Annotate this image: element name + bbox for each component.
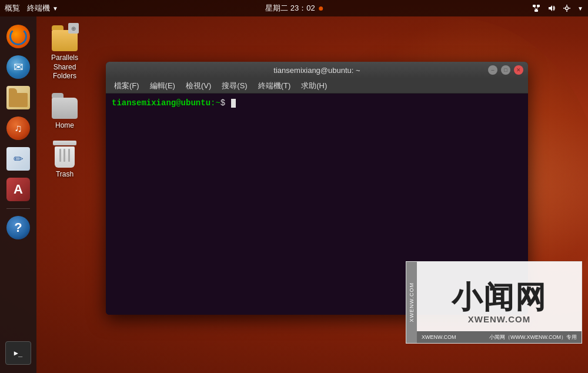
minimize-icon: – bbox=[491, 67, 494, 73]
window-controls: – □ ✕ bbox=[488, 65, 523, 75]
window-close-button[interactable]: ✕ bbox=[514, 65, 523, 75]
terminal-title: tiansemixiang@ubuntu: ~ bbox=[273, 66, 360, 75]
writer-icon bbox=[6, 147, 30, 171]
trash-icon bbox=[51, 139, 79, 168]
launcher: A ? bbox=[0, 16, 36, 373]
shared-folder-img: ⊕ bbox=[51, 23, 79, 51]
firefox-icon bbox=[6, 25, 30, 48]
menu-item-help[interactable]: 求助(H) bbox=[296, 79, 332, 92]
shared-folder-label: Parallels Shared Folders bbox=[44, 54, 86, 81]
volume-icon[interactable] bbox=[547, 4, 556, 13]
close-icon: ✕ bbox=[516, 67, 521, 73]
svg-rect-0 bbox=[533, 5, 536, 7]
watermark-main: 小闻网 XWENW.COM bbox=[406, 281, 582, 324]
svg-marker-5 bbox=[549, 5, 552, 11]
prompt-user-host: tiansemixiang@ubuntu bbox=[112, 98, 211, 108]
watermark-bottom-bar: XWENW.COM 小闻网（WWW.XWENW.COM）专用 bbox=[417, 331, 582, 343]
prompt-cursor bbox=[231, 99, 236, 108]
menu-item-file[interactable]: 檔案(F) bbox=[109, 79, 144, 92]
files-icon bbox=[6, 86, 30, 109]
terminal-menubar: 檔案(F) 編輯(E) 檢視(V) 搜尋(S) 終端機(T) 求助(H) bbox=[106, 78, 528, 94]
desktop-icon-parallels-shared-folders[interactable]: ⊕ Parallels Shared Folders bbox=[41, 21, 88, 84]
top-panel: 概覧 終端機 ▼ 星期二 23：02 bbox=[0, 0, 588, 16]
desktop-icon-home[interactable]: Home bbox=[41, 88, 88, 133]
trash-img bbox=[52, 139, 78, 168]
svg-rect-2 bbox=[534, 9, 538, 12]
svg-line-4 bbox=[536, 7, 539, 9]
svg-rect-1 bbox=[537, 5, 540, 7]
panel-dropdown-arrow[interactable]: ▼ bbox=[577, 5, 583, 12]
trash-label: Trash bbox=[56, 170, 74, 179]
terminal-prompt-line: tiansemixiang@ubuntu :~ $ bbox=[112, 98, 522, 108]
maximize-icon: □ bbox=[504, 67, 507, 73]
launcher-item-files[interactable] bbox=[4, 84, 32, 112]
watermark-bottom-right: 小闻网（WWW.XWENW.COM）专用 bbox=[489, 334, 577, 341]
trash-line bbox=[68, 149, 70, 162]
watermark: XWENW.COM 小闻网 XWENW.COM XWENW.COM 小闻网（WW… bbox=[406, 261, 582, 344]
trash-lines bbox=[55, 149, 75, 162]
home-img bbox=[51, 91, 79, 119]
watermark-side: XWENW.COM bbox=[406, 262, 417, 343]
folder-badge: ⊕ bbox=[68, 23, 79, 34]
shared-folder-icon: ⊕ bbox=[51, 23, 79, 51]
network-icon[interactable] bbox=[532, 4, 541, 13]
desktop-icons: ⊕ Parallels Shared Folders Home bbox=[41, 21, 88, 182]
window-minimize-button[interactable]: – bbox=[488, 65, 497, 75]
home-icon bbox=[51, 91, 79, 119]
panel-overview-button[interactable]: 概覧 bbox=[5, 3, 20, 14]
font-icon: A bbox=[6, 178, 30, 201]
launcher-item-writer[interactable] bbox=[4, 145, 32, 173]
launcher-item-firefox[interactable] bbox=[4, 22, 32, 51]
desktop: 概覧 終端機 ▼ 星期二 23：02 bbox=[0, 0, 588, 373]
prompt-separator-path: :~ bbox=[211, 98, 220, 108]
terminal-titlebar: tiansemixiang@ubuntu: ~ – □ ✕ bbox=[106, 62, 528, 78]
launcher-item-thunderbird[interactable] bbox=[4, 53, 32, 81]
watermark-side-text: XWENW.COM bbox=[409, 282, 415, 322]
trash-line bbox=[64, 149, 65, 162]
home-base bbox=[52, 98, 78, 119]
launcher-item-help[interactable]: ? bbox=[4, 214, 32, 242]
settings-icon[interactable] bbox=[562, 4, 572, 13]
thunderbird-icon bbox=[6, 55, 30, 79]
svg-point-6 bbox=[566, 7, 569, 10]
watermark-chinese-text: 小闻网 bbox=[452, 281, 547, 314]
menu-item-terminal[interactable]: 終端機(T) bbox=[253, 79, 296, 92]
panel-app-menu[interactable]: 終端機 ▼ bbox=[27, 3, 58, 14]
trash-line bbox=[59, 149, 61, 162]
trash-lid bbox=[53, 141, 76, 145]
trash-body bbox=[55, 146, 75, 168]
launcher-item-font-manager[interactable]: A bbox=[4, 175, 32, 204]
help-icon: ? bbox=[6, 216, 30, 239]
watermark-bottom-left: XWENW.COM bbox=[422, 334, 456, 340]
panel-app-menu-arrow: ▼ bbox=[52, 5, 58, 12]
panel-left: 概覧 終端機 ▼ bbox=[5, 3, 58, 14]
menu-item-view[interactable]: 檢視(V) bbox=[181, 79, 216, 92]
prompt-dollar: $ bbox=[220, 98, 230, 108]
terminal-icon bbox=[5, 341, 31, 365]
folder-tab bbox=[52, 25, 64, 30]
panel-right: ▼ bbox=[532, 4, 583, 13]
home-label: Home bbox=[55, 121, 74, 131]
panel-app-name: 終端機 bbox=[27, 3, 50, 14]
rhythmbox-icon bbox=[6, 116, 30, 140]
launcher-item-rhythmbox[interactable] bbox=[4, 114, 32, 142]
svg-line-3 bbox=[534, 7, 537, 9]
clock-dot bbox=[319, 6, 323, 11]
window-maximize-button[interactable]: □ bbox=[501, 65, 510, 75]
clock-text: 星期二 23：02 bbox=[265, 3, 315, 14]
watermark-url: XWENW.COM bbox=[468, 314, 531, 324]
home-tab bbox=[52, 93, 64, 98]
launcher-separator bbox=[6, 208, 30, 209]
launcher-item-terminal[interactable] bbox=[4, 339, 32, 367]
menu-item-search[interactable]: 搜尋(S) bbox=[217, 79, 252, 92]
panel-clock[interactable]: 星期二 23：02 bbox=[265, 3, 323, 14]
menu-item-edit[interactable]: 編輯(E) bbox=[145, 79, 180, 92]
desktop-icon-trash[interactable]: Trash bbox=[41, 137, 88, 182]
